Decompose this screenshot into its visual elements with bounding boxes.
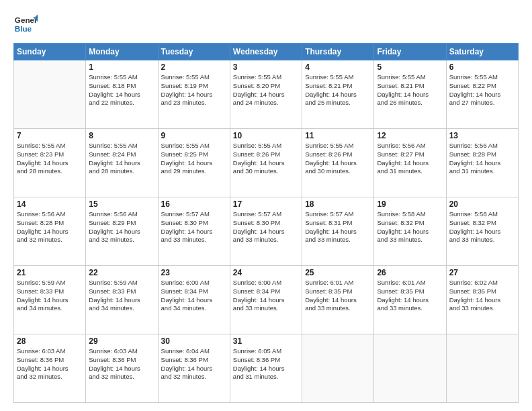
day-info: Sunrise: 5:55 AM Sunset: 8:19 PM Dayligh…: [161, 73, 227, 107]
day-number: 21: [17, 268, 83, 277]
header: General Blue: [13, 12, 519, 36]
header-day-thursday: Thursday: [302, 44, 374, 60]
week-row-1: 1Sunrise: 5:55 AM Sunset: 8:18 PM Daylig…: [14, 60, 519, 129]
day-number: 26: [377, 268, 443, 277]
calendar-cell: 2Sunrise: 5:55 AM Sunset: 8:19 PM Daylig…: [158, 60, 230, 129]
day-info: Sunrise: 6:03 AM Sunset: 8:36 PM Dayligh…: [89, 347, 154, 381]
svg-text:General: General: [15, 15, 38, 24]
day-info: Sunrise: 6:00 AM Sunset: 8:34 PM Dayligh…: [233, 279, 299, 313]
day-number: 19: [377, 199, 443, 209]
day-info: Sunrise: 5:55 AM Sunset: 8:22 PM Dayligh…: [449, 73, 515, 107]
day-info: Sunrise: 5:55 AM Sunset: 8:21 PM Dayligh…: [377, 73, 443, 107]
calendar-cell: 11Sunrise: 5:55 AM Sunset: 8:26 PM Dayli…: [302, 129, 374, 197]
calendar-cell: 20Sunrise: 5:58 AM Sunset: 8:32 PM Dayli…: [446, 197, 518, 266]
calendar-cell: [446, 334, 518, 403]
day-number: 16: [161, 199, 227, 209]
day-info: Sunrise: 6:05 AM Sunset: 8:36 PM Dayligh…: [233, 347, 299, 381]
day-number: 11: [305, 131, 371, 140]
calendar-cell: 29Sunrise: 6:03 AM Sunset: 8:36 PM Dayli…: [86, 334, 158, 403]
header-day-saturday: Saturday: [446, 44, 518, 60]
day-number: 3: [233, 62, 299, 72]
calendar-cell: 22Sunrise: 5:59 AM Sunset: 8:33 PM Dayli…: [86, 266, 158, 334]
calendar-cell: 7Sunrise: 5:55 AM Sunset: 8:23 PM Daylig…: [14, 129, 86, 197]
day-number: 10: [233, 131, 299, 140]
day-info: Sunrise: 5:57 AM Sunset: 8:30 PM Dayligh…: [233, 210, 299, 244]
day-info: Sunrise: 5:59 AM Sunset: 8:33 PM Dayligh…: [17, 279, 83, 313]
page: General Blue SundayMondayTuesdayWednesda…: [0, 0, 532, 411]
day-number: 31: [233, 336, 299, 346]
calendar-cell: 1Sunrise: 5:55 AM Sunset: 8:18 PM Daylig…: [86, 60, 158, 129]
week-row-4: 21Sunrise: 5:59 AM Sunset: 8:33 PM Dayli…: [14, 266, 519, 334]
day-number: 13: [449, 131, 515, 140]
day-info: Sunrise: 5:56 AM Sunset: 8:27 PM Dayligh…: [377, 142, 443, 176]
day-info: Sunrise: 6:00 AM Sunset: 8:34 PM Dayligh…: [161, 279, 227, 313]
svg-text:Blue: Blue: [15, 24, 32, 33]
calendar-cell: 24Sunrise: 6:00 AM Sunset: 8:34 PM Dayli…: [230, 266, 302, 334]
day-info: Sunrise: 5:56 AM Sunset: 8:28 PM Dayligh…: [449, 142, 515, 176]
day-info: Sunrise: 6:01 AM Sunset: 8:35 PM Dayligh…: [377, 279, 443, 313]
calendar-cell: 17Sunrise: 5:57 AM Sunset: 8:30 PM Dayli…: [230, 197, 302, 266]
header-day-friday: Friday: [374, 44, 446, 60]
calendar-cell: 14Sunrise: 5:56 AM Sunset: 8:28 PM Dayli…: [14, 197, 86, 266]
calendar-cell: [14, 60, 86, 129]
day-info: Sunrise: 5:55 AM Sunset: 8:26 PM Dayligh…: [305, 142, 371, 176]
logo: General Blue: [13, 12, 40, 36]
day-info: Sunrise: 6:01 AM Sunset: 8:35 PM Dayligh…: [305, 279, 371, 313]
day-info: Sunrise: 5:57 AM Sunset: 8:31 PM Dayligh…: [305, 210, 371, 244]
calendar-cell: 5Sunrise: 5:55 AM Sunset: 8:21 PM Daylig…: [374, 60, 446, 129]
day-info: Sunrise: 5:55 AM Sunset: 8:20 PM Dayligh…: [233, 73, 299, 107]
day-info: Sunrise: 6:04 AM Sunset: 8:36 PM Dayligh…: [161, 347, 227, 381]
day-number: 5: [377, 62, 443, 72]
header-day-sunday: Sunday: [14, 44, 86, 60]
day-number: 8: [89, 131, 154, 140]
day-number: 4: [305, 62, 371, 72]
calendar-cell: 26Sunrise: 6:01 AM Sunset: 8:35 PM Dayli…: [374, 266, 446, 334]
day-info: Sunrise: 5:55 AM Sunset: 8:25 PM Dayligh…: [161, 142, 227, 176]
calendar-cell: 28Sunrise: 6:03 AM Sunset: 8:36 PM Dayli…: [14, 334, 86, 403]
calendar-cell: 27Sunrise: 6:02 AM Sunset: 8:35 PM Dayli…: [446, 266, 518, 334]
day-info: Sunrise: 5:56 AM Sunset: 8:28 PM Dayligh…: [17, 210, 83, 244]
day-info: Sunrise: 6:02 AM Sunset: 8:35 PM Dayligh…: [449, 279, 515, 313]
calendar-header-row: SundayMondayTuesdayWednesdayThursdayFrid…: [14, 44, 519, 60]
week-row-5: 28Sunrise: 6:03 AM Sunset: 8:36 PM Dayli…: [14, 334, 519, 403]
day-number: 20: [449, 199, 515, 209]
day-info: Sunrise: 5:59 AM Sunset: 8:33 PM Dayligh…: [89, 279, 154, 313]
calendar-cell: 16Sunrise: 5:57 AM Sunset: 8:30 PM Dayli…: [158, 197, 230, 266]
day-info: Sunrise: 5:55 AM Sunset: 8:23 PM Dayligh…: [17, 142, 83, 176]
calendar-cell: 15Sunrise: 5:56 AM Sunset: 8:29 PM Dayli…: [86, 197, 158, 266]
day-number: 22: [89, 268, 154, 277]
calendar-cell: 21Sunrise: 5:59 AM Sunset: 8:33 PM Dayli…: [14, 266, 86, 334]
calendar-cell: [302, 334, 374, 403]
day-info: Sunrise: 5:55 AM Sunset: 8:26 PM Dayligh…: [233, 142, 299, 176]
calendar-cell: [374, 334, 446, 403]
calendar-cell: 9Sunrise: 5:55 AM Sunset: 8:25 PM Daylig…: [158, 129, 230, 197]
header-day-wednesday: Wednesday: [230, 44, 302, 60]
calendar-cell: 12Sunrise: 5:56 AM Sunset: 8:27 PM Dayli…: [374, 129, 446, 197]
calendar-cell: 19Sunrise: 5:58 AM Sunset: 8:32 PM Dayli…: [374, 197, 446, 266]
week-row-3: 14Sunrise: 5:56 AM Sunset: 8:28 PM Dayli…: [14, 197, 519, 266]
day-number: 18: [305, 199, 371, 209]
calendar-cell: 3Sunrise: 5:55 AM Sunset: 8:20 PM Daylig…: [230, 60, 302, 129]
calendar-table: SundayMondayTuesdayWednesdayThursdayFrid…: [13, 43, 519, 403]
calendar-cell: 23Sunrise: 6:00 AM Sunset: 8:34 PM Dayli…: [158, 266, 230, 334]
logo-icon: General Blue: [13, 12, 38, 36]
calendar-cell: 30Sunrise: 6:04 AM Sunset: 8:36 PM Dayli…: [158, 334, 230, 403]
day-number: 29: [89, 336, 154, 346]
header-day-tuesday: Tuesday: [158, 44, 230, 60]
day-info: Sunrise: 5:55 AM Sunset: 8:24 PM Dayligh…: [89, 142, 154, 176]
day-number: 6: [449, 62, 515, 72]
day-number: 1: [89, 62, 154, 72]
day-info: Sunrise: 5:58 AM Sunset: 8:32 PM Dayligh…: [449, 210, 515, 244]
day-number: 7: [17, 131, 83, 140]
day-number: 25: [305, 268, 371, 277]
day-number: 27: [449, 268, 515, 277]
calendar-cell: 25Sunrise: 6:01 AM Sunset: 8:35 PM Dayli…: [302, 266, 374, 334]
day-info: Sunrise: 5:58 AM Sunset: 8:32 PM Dayligh…: [377, 210, 443, 244]
day-number: 12: [377, 131, 443, 140]
day-number: 30: [161, 336, 227, 346]
calendar-cell: 13Sunrise: 5:56 AM Sunset: 8:28 PM Dayli…: [446, 129, 518, 197]
day-number: 23: [161, 268, 227, 277]
day-number: 14: [17, 199, 83, 209]
day-number: 2: [161, 62, 227, 72]
day-info: Sunrise: 5:57 AM Sunset: 8:30 PM Dayligh…: [161, 210, 227, 244]
